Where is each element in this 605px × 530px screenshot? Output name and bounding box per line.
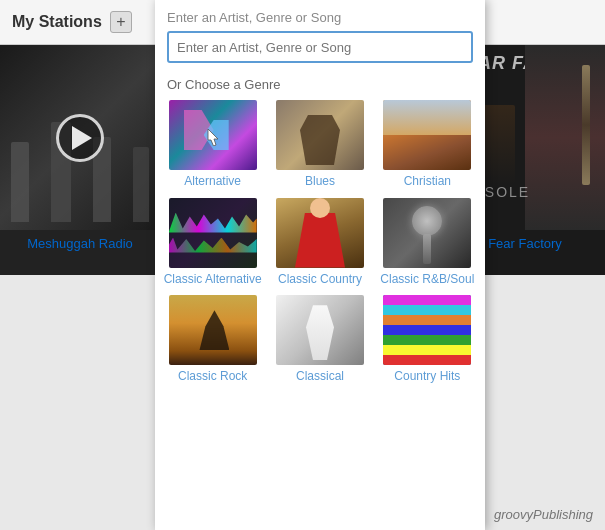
- watermark: groovyPublishing: [494, 507, 593, 522]
- genre-dropdown-panel: Enter an Artist, Genre or Song Or Choose…: [155, 0, 485, 530]
- genre-name-alternative: Alternative: [184, 174, 241, 190]
- genre-item-blues[interactable]: Blues: [270, 100, 369, 190]
- genre-section-label: Or Choose a Genre: [155, 69, 485, 96]
- genre-name-christian: Christian: [404, 174, 451, 190]
- genre-thumb-christian: [383, 100, 471, 170]
- meshuggah-album-art: [0, 45, 160, 230]
- genre-thumb-classical: [276, 295, 364, 365]
- genre-name-classic-alt: Classic Alternative: [164, 272, 262, 288]
- genre-item-country-hits[interactable]: Country Hits: [378, 295, 477, 385]
- page-title: My Stations: [12, 13, 102, 31]
- genre-name-classic-rock: Classic Rock: [178, 369, 247, 385]
- cursor-icon: [207, 128, 219, 146]
- genre-item-classic-country[interactable]: Classic Country: [270, 198, 369, 288]
- genre-item-alternative[interactable]: Alternative: [163, 100, 262, 190]
- genre-thumb-classic-country: [276, 198, 364, 268]
- genre-thumb-alternative: [169, 100, 257, 170]
- genre-name-country-hits: Country Hits: [394, 369, 460, 385]
- search-input[interactable]: [167, 31, 473, 63]
- station-name-meshuggah: Meshuggah Radio: [0, 230, 160, 251]
- ff-art-detail: [525, 45, 605, 230]
- genre-item-classical[interactable]: Classical: [270, 295, 369, 385]
- add-station-button[interactable]: +: [110, 11, 132, 33]
- play-button[interactable]: [56, 114, 104, 162]
- ff-spine-detail: [582, 65, 590, 185]
- genre-item-classic-alternative[interactable]: Classic Alternative: [163, 198, 262, 288]
- genre-item-classic-rb[interactable]: Classic R&B/Soul: [378, 198, 477, 288]
- genre-scroll-area[interactable]: Alternative Blues Christian Classic Alte…: [155, 96, 485, 530]
- genre-name-blues: Blues: [305, 174, 335, 190]
- genre-name-classic-rb: Classic R&B/Soul: [380, 272, 474, 288]
- genre-item-classic-rock[interactable]: Classic Rock: [163, 295, 262, 385]
- genre-name-classic-country: Classic Country: [278, 272, 362, 288]
- genre-item-christian[interactable]: Christian: [378, 100, 477, 190]
- genre-thumb-country-hits: [383, 295, 471, 365]
- play-icon: [72, 126, 92, 150]
- genre-thumb-classic-alt: [169, 198, 257, 268]
- search-label: Enter an Artist, Genre or Song: [167, 10, 473, 25]
- genre-thumb-blues: [276, 100, 364, 170]
- genre-grid: Alternative Blues Christian Classic Alte…: [163, 100, 477, 385]
- station-card-meshuggah[interactable]: Meshuggah Radio: [0, 45, 160, 275]
- search-area: Enter an Artist, Genre or Song: [155, 0, 485, 69]
- genre-name-classical: Classical: [296, 369, 344, 385]
- genre-thumb-classic-rock: [169, 295, 257, 365]
- genre-thumb-classic-rb: [383, 198, 471, 268]
